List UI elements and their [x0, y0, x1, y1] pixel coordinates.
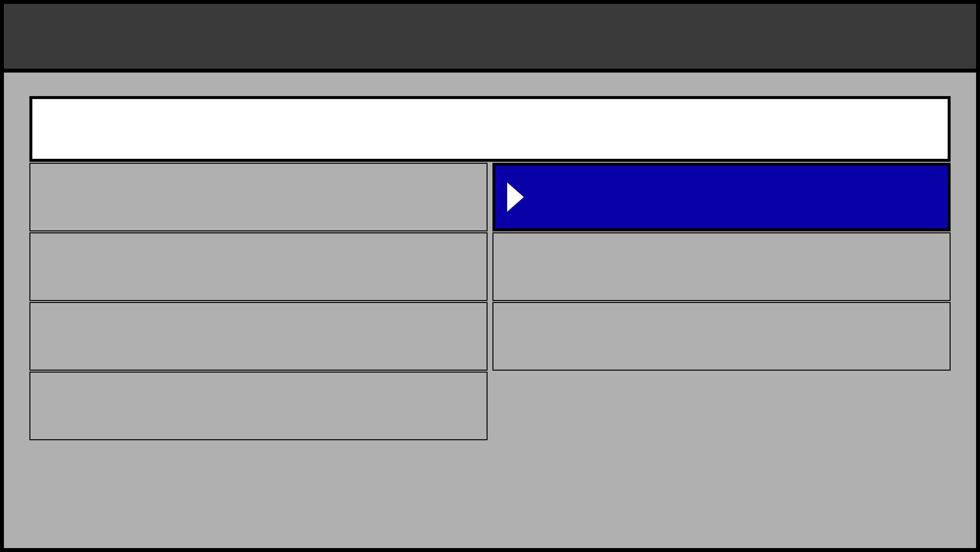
list-item[interactable]: [29, 302, 488, 371]
panel-header: [29, 96, 951, 162]
content-area: [4, 73, 976, 548]
list-item[interactable]: [29, 163, 488, 231]
panel-body: [29, 163, 951, 440]
panel: [29, 96, 951, 440]
app-window: [0, 0, 980, 552]
list-item[interactable]: [29, 372, 488, 440]
list-item[interactable]: [29, 232, 488, 301]
title-bar: [4, 4, 976, 73]
list-item-selected[interactable]: [492, 163, 951, 231]
list-item[interactable]: [492, 302, 951, 371]
list-item[interactable]: [492, 232, 951, 301]
play-icon: [507, 182, 524, 212]
column-left: [29, 163, 488, 440]
column-right: [492, 163, 951, 440]
